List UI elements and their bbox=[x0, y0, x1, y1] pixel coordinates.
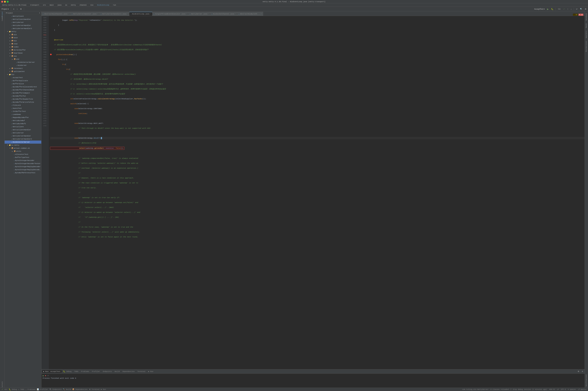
tree-item-byte2intdectest[interactable]: ☕ Byte2IntegerDecoderTester bbox=[4, 162, 41, 165]
tree-item-nettyserver[interactable]: ☕ NettyServer bbox=[4, 21, 41, 24]
toolbar-collapse[interactable]: ≡ bbox=[12, 8, 15, 10]
tab-close-btn[interactable]: × bbox=[208, 13, 209, 15]
bottom-tab-todo[interactable]: TODO bbox=[73, 370, 80, 373]
menu-netty[interactable]: netty bbox=[70, 4, 77, 6]
tree-item-nettyserverhandler2[interactable]: ☕ NettyServerHandler2 bbox=[4, 27, 41, 30]
tab-nettyserverhandler2[interactable]: ☕ NettyServerHandler2.java × bbox=[99, 12, 129, 16]
bottom-tab-profiler[interactable]: Profiler bbox=[91, 370, 101, 373]
menu-main[interactable]: main bbox=[49, 4, 55, 6]
run-button[interactable]: ▶ bbox=[546, 7, 550, 10]
bottom-tab-dependencies[interactable]: Dependencies bbox=[121, 370, 136, 373]
bottom-tab-debug[interactable]: 🐛 Debug bbox=[62, 370, 73, 373]
tab-abstractniobytechan[interactable]: ☕ AbstractNioByteCh... × bbox=[237, 12, 263, 16]
status-run-label[interactable]: ▶ Run bbox=[101, 389, 106, 391]
tree-item-allocatortest[interactable]: ☕ AllocatorTest bbox=[4, 153, 41, 156]
close-button[interactable] bbox=[1, 1, 3, 2]
tree-item-directbuffer[interactable]: ▶ 📦 directbuffer bbox=[4, 48, 41, 52]
tree-item-nioserver[interactable]: ☕ NioServer bbox=[4, 64, 41, 67]
tree-item-byte2intreplaytest[interactable]: ☕ Byte2IntegerReplayDecoderTester bbox=[4, 168, 41, 171]
tree-item-nioselectorserver2[interactable]: ☕ NioSelectorServer bbox=[4, 141, 41, 144]
run-config-dropdown[interactable]: AcceptTest ▾ bbox=[533, 8, 546, 10]
tree-item-base[interactable]: ▶ 📦 base bbox=[4, 36, 41, 39]
tree-item-bytebufchan[interactable]: ☕ ByteBufferChannelRead bbox=[4, 88, 41, 92]
status-problems-label[interactable]: ⚠ Problems bbox=[25, 389, 36, 391]
tree-item-nettyserver2[interactable]: ☕ NettyServer bbox=[4, 131, 41, 134]
tree-item-leakdemo[interactable]: ☕ LeakDemo bbox=[4, 113, 41, 116]
run-stop-btn[interactable]: ■ bbox=[45, 375, 46, 377]
bottom-tab-run2[interactable]: ▶ Run bbox=[147, 370, 155, 373]
status-git-label[interactable]: Git bbox=[4, 389, 7, 391]
status-todo-label[interactable]: ☑ TODO bbox=[18, 389, 24, 391]
tree-item-bytebufwrite[interactable]: ☕ ByteBufferWriteToFile bbox=[4, 101, 41, 104]
tree-item-nio-folder[interactable]: ▼ 📦 nio bbox=[4, 55, 41, 58]
bottom-settings-btn[interactable]: ⚙ bbox=[577, 370, 580, 373]
bottom-tab-run[interactable]: ▶ Run: AcceptTest bbox=[42, 370, 62, 373]
side-tool-rest[interactable]: RestServices bbox=[585, 40, 588, 53]
tree-item-splitpacket[interactable]: ▶ 📦 splitpacket bbox=[4, 70, 41, 73]
tree-item-bufferdup[interactable]: ☕ BufferDuplicate bbox=[4, 79, 41, 82]
tree-item-filelock[interactable]: ☕ FileLock bbox=[4, 104, 41, 107]
git-checkmark[interactable]: ✓ bbox=[562, 8, 566, 10]
bottom-tab-terminal[interactable]: Terminal bbox=[136, 370, 147, 373]
tab-close-btn[interactable]: × bbox=[186, 13, 187, 15]
tab-nettyserver[interactable]: ☕ NettyServer.java × bbox=[189, 12, 210, 16]
tree-item-bytebufput[interactable]: ☕ ByteBufferPut bbox=[4, 95, 41, 98]
menu-src[interactable]: src bbox=[42, 4, 47, 6]
tree-item-nioselectorserver[interactable]: ☕ NioSelectorServer bbox=[4, 61, 41, 64]
bottom-tab-problems[interactable]: Problems bbox=[80, 370, 90, 373]
status-terminal-label[interactable]: 🖥 Terminal bbox=[89, 389, 99, 391]
tree-item-netty-folder[interactable]: ▼ 📁 netty bbox=[4, 30, 41, 33]
tree-item-nettyserverhandler4[interactable]: ☕ NettyServerHandler2 bbox=[4, 137, 41, 141]
tree-item-bytebufcompact[interactable]: ☕ ByteBufferCompact bbox=[4, 92, 41, 95]
file-tree-dropdown[interactable]: ▾ bbox=[39, 12, 40, 14]
tree-item-bytebufalloc[interactable]: ☕ ByteBufferAllocateDirect bbox=[4, 85, 41, 88]
tree-item-reconnect[interactable]: ▶ 📦 reconnect bbox=[4, 67, 41, 70]
tree-item-codec[interactable]: ▶ 📦 codec bbox=[4, 45, 41, 48]
minimize-button[interactable] bbox=[4, 1, 6, 2]
tree-item-old[interactable]: ▶ 📦 old bbox=[4, 58, 41, 61]
status-git-icon[interactable]: ⎇ bbox=[1, 389, 3, 391]
tab-singlethreadevt[interactable]: ☕ SingleThreadEventExecutor.java × bbox=[152, 12, 189, 16]
tab-close-btn[interactable]: × bbox=[235, 13, 236, 15]
tree-item-bio[interactable]: ▶ 📦 bio bbox=[4, 39, 41, 42]
tab-abstractniochannel[interactable]: ☕ AbstractNioChannel.java × bbox=[41, 12, 70, 16]
side-tool-wypatts[interactable]: Wyp/atts bbox=[585, 29, 588, 39]
menu-nioeventloop[interactable]: NioEventLoop bbox=[96, 4, 110, 6]
menu-project[interactable]: netty-netty-4.1.38.Final bbox=[1, 4, 27, 6]
tree-item-bytebufref[interactable]: ☕ ByteBufReferenceTest bbox=[4, 171, 41, 174]
run-rerun-btn[interactable]: ▶ bbox=[43, 375, 44, 377]
tree-item-accepttest[interactable]: ☕ AcceptTest bbox=[4, 76, 41, 79]
code-editor[interactable]: logger.info( msg: "Migrated " + nChannel… bbox=[49, 16, 585, 369]
tree-item-byte2intreplay[interactable]: ☕ Byte2IntegerReplayDecoder bbox=[4, 165, 41, 168]
side-tool-notifications[interactable]: Notifications bbox=[585, 373, 588, 388]
menu-nio[interactable]: nio bbox=[90, 4, 94, 6]
tree-item-nettybytebuf[interactable]: ☕ NettyByteBuf bbox=[4, 119, 41, 122]
bottom-tab-build[interactable]: Build bbox=[113, 370, 121, 373]
tab-close-btn[interactable]: × bbox=[127, 13, 128, 15]
toolbar-settings[interactable]: ⚙ bbox=[19, 8, 23, 10]
tab-nioeventloop[interactable]: ☕ NioEventLoop.java × bbox=[129, 12, 152, 16]
tree-item-nettyclienthandler2[interactable]: ☕ NettyClientHandler bbox=[4, 128, 41, 131]
sidebar-icon-commit[interactable]: Commit bbox=[0, 16, 4, 20]
toolbar-undo[interactable]: ↩ bbox=[575, 8, 579, 10]
toolbar-sort[interactable]: ↕ bbox=[16, 8, 18, 10]
side-tool-maven[interactable]: Maven bbox=[585, 22, 588, 29]
menu-run[interactable]: run bbox=[112, 4, 117, 6]
tab-close-btn[interactable]: × bbox=[68, 13, 69, 15]
tree-item-aio[interactable]: ▶ 📦 aio bbox=[4, 33, 41, 36]
tab-niosocketchannel[interactable]: ☕ NioSocketChannel.java × bbox=[210, 12, 237, 16]
git-arrow-down[interactable]: ↓ bbox=[570, 8, 573, 10]
tree-item-ionetty[interactable]: ▼ 📁 io.netty bbox=[4, 144, 41, 147]
tree-item-bufferslice[interactable]: ☕ BufferSlice bbox=[4, 82, 41, 85]
toolbar-settings2[interactable]: ⚙ bbox=[584, 8, 588, 10]
tree-item-nettyclienthandler[interactable]: ☕ NettyClientHandler bbox=[4, 18, 41, 21]
project-dropdown[interactable]: Project ▾ bbox=[0, 8, 10, 10]
tree-item-nettyclient[interactable]: ☕ NettyClient bbox=[4, 15, 41, 18]
tab-close-btn[interactable]: × bbox=[261, 13, 262, 15]
bottom-close-btn[interactable]: ✕ bbox=[581, 370, 584, 373]
debug-button[interactable]: 🐛 bbox=[550, 8, 554, 10]
menu-java[interactable]: java bbox=[56, 4, 62, 6]
tree-item-heartbeat[interactable]: ▶ 📦 heartbeat bbox=[4, 52, 41, 55]
tree-item-intbuftest[interactable]: ☕ IntBufferTest bbox=[4, 110, 41, 113]
status-build-label[interactable]: 🔨 Build bbox=[63, 389, 71, 391]
